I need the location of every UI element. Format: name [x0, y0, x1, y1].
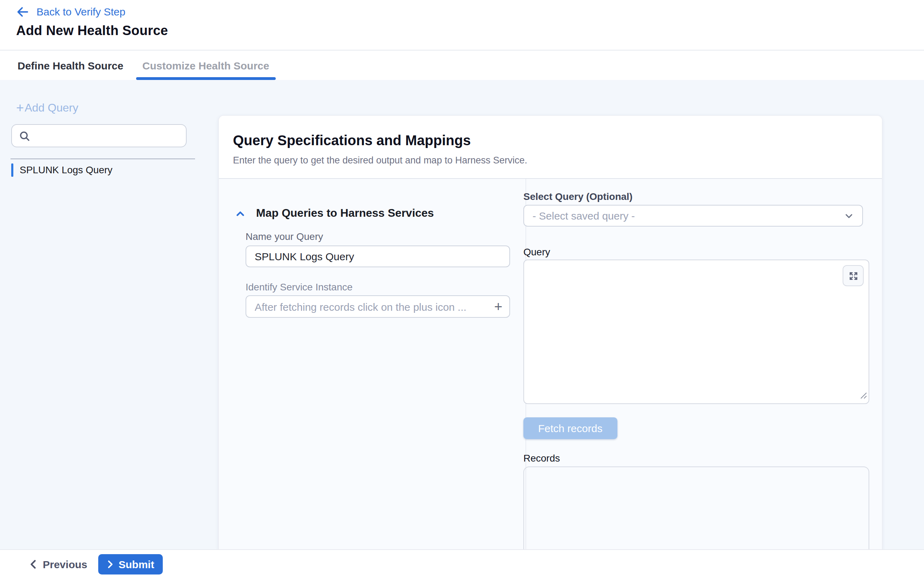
- query-label: Query: [523, 246, 550, 257]
- back-arrow-icon: [16, 6, 29, 17]
- add-service-instance-plus-icon[interactable]: +: [494, 300, 502, 313]
- name-your-query-label: Name your Query: [245, 231, 323, 242]
- back-link-label: Back to Verify Step: [36, 6, 125, 18]
- content-area: + Add Query SPLUNK Logs Query Query Spec…: [0, 80, 924, 550]
- submit-label: Submit: [119, 559, 154, 570]
- identify-service-instance-label: Identify Service Instance: [245, 281, 352, 292]
- search-input[interactable]: [36, 130, 179, 142]
- saved-query-select[interactable]: - Select saved query -: [523, 205, 863, 227]
- sidebar-divider: [11, 159, 195, 159]
- map-queries-heading: Map Queries to Harness Services: [256, 207, 434, 219]
- chevron-down-icon: [844, 211, 854, 221]
- records-box: [523, 466, 869, 550]
- query-name-input[interactable]: [245, 245, 510, 267]
- query-item-label: SPLUNK Logs Query: [19, 164, 113, 177]
- previous-label: Previous: [43, 558, 87, 570]
- service-instance-input[interactable]: [245, 295, 510, 318]
- query-editor: [523, 260, 869, 404]
- query-search-box[interactable]: [11, 124, 187, 147]
- chevron-up-icon: [235, 208, 245, 219]
- page: Back to Verify Step Add New Health Sourc…: [0, 0, 924, 578]
- query-textarea[interactable]: [523, 260, 869, 404]
- fetch-records-button[interactable]: Fetch records: [523, 417, 617, 439]
- tab-customize-health-source[interactable]: Customize Health Source: [136, 50, 276, 80]
- back-to-verify-step-link[interactable]: Back to Verify Step: [16, 6, 125, 18]
- plus-icon: +: [16, 101, 24, 114]
- previous-button[interactable]: Previous: [29, 550, 87, 578]
- chevron-right-icon: [107, 560, 114, 569]
- panel-subtitle: Enter the query to get the desired outpu…: [233, 155, 527, 166]
- panel-title: Query Specifications and Mappings: [233, 133, 471, 149]
- add-query-label: Add Query: [24, 101, 78, 114]
- query-specifications-panel: Query Specifications and Mappings Enter …: [218, 115, 883, 550]
- selected-indicator-bar: [11, 164, 13, 177]
- expand-icon: [848, 270, 858, 281]
- panel-body: Map Queries to Harness Services Name you…: [219, 179, 882, 550]
- panel-header: Query Specifications and Mappings Enter …: [219, 116, 882, 179]
- query-list-item[interactable]: SPLUNK Logs Query: [11, 164, 113, 177]
- tab-bar: Define Health Source Customize Health So…: [0, 50, 924, 80]
- add-query-button[interactable]: + Add Query: [16, 101, 78, 114]
- expand-query-button[interactable]: [843, 265, 864, 286]
- records-label: Records: [523, 453, 560, 464]
- page-title: Add New Health Source: [16, 23, 168, 39]
- tab-define-health-source[interactable]: Define Health Source: [18, 50, 123, 80]
- map-queries-section-toggle[interactable]: Map Queries to Harness Services: [235, 207, 434, 219]
- saved-query-select-value: - Select saved query -: [533, 210, 844, 222]
- search-icon: [19, 130, 30, 141]
- footer-bar: Previous Submit: [0, 550, 924, 578]
- service-instance-field: +: [245, 295, 510, 318]
- chevron-left-icon: [29, 559, 37, 569]
- submit-button[interactable]: Submit: [98, 554, 163, 575]
- select-query-label: Select Query (Optional): [523, 191, 632, 202]
